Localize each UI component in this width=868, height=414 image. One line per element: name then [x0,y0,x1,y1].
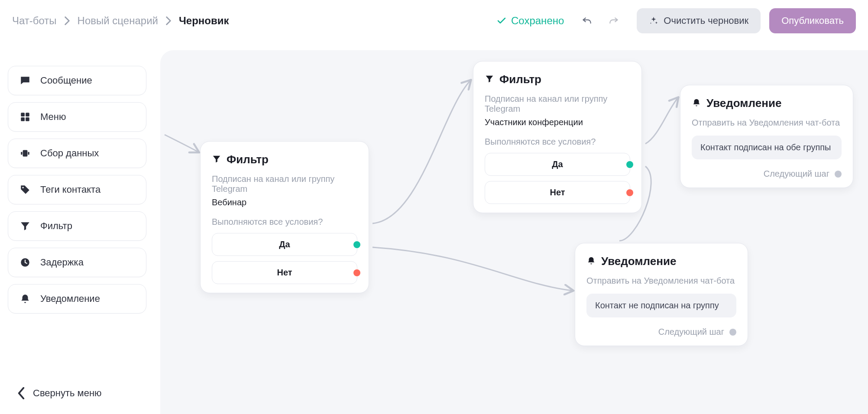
node-title: Уведомление [601,255,676,268]
svg-point-7 [22,187,23,188]
output-port-yes[interactable] [353,241,360,248]
output-port-no[interactable] [353,269,360,276]
form-icon [19,148,32,159]
svg-rect-2 [21,117,25,121]
sidebar: Сообщение Меню Сбор данных Теги контакта [8,66,146,406]
clear-draft-button[interactable]: Очистить черновик [637,8,761,33]
output-port-no[interactable] [626,189,633,196]
publish-label: Опубликовать [781,15,844,26]
bell-icon [692,98,701,109]
node-subtitle: Подписан на канал или группу Telegram [485,94,630,114]
option-label: Да [552,159,563,169]
sidebar-item-menu[interactable]: Меню [8,102,146,132]
filter-no-option[interactable]: Нет [212,261,357,284]
sidebar-item-notification[interactable]: Уведомление [8,284,146,314]
next-step-row: Следующий шаг [586,327,736,337]
filter-yes-option[interactable]: Да [212,233,357,256]
sidebar-item-label: Меню [40,111,66,123]
sidebar-item-label: Сбор данных [40,148,99,159]
next-step-row: Следующий шаг [692,169,842,179]
breadcrumb-draft: Черновик [179,15,229,27]
saved-status-label: Сохранено [511,15,564,27]
chevron-right-icon [65,16,70,25]
sidebar-item-label: Уведомление [40,293,100,304]
chevron-left-icon [17,387,25,399]
flow-node-notification-2[interactable]: Уведомление Отправить на Уведомления чат… [575,243,748,346]
node-title: Уведомление [706,97,781,110]
undo-button[interactable] [581,15,593,26]
svg-rect-1 [26,113,29,116]
sidebar-item-message[interactable]: Сообщение [8,66,146,95]
output-port-yes[interactable] [626,161,633,168]
collapse-sidebar-label: Свернуть меню [33,388,102,399]
collapse-sidebar-button[interactable]: Свернуть меню [8,380,146,406]
sidebar-item-filter[interactable]: Фильтр [8,211,146,241]
sidebar-item-label: Теги контакта [40,184,100,195]
grid-icon [19,111,32,123]
svg-rect-5 [21,152,22,155]
filter-icon [212,154,221,165]
option-label: Нет [277,268,292,277]
sidebar-item-tags[interactable]: Теги контакта [8,175,146,204]
clock-icon [19,257,32,268]
tag-icon [19,184,32,195]
output-port-next[interactable] [835,171,842,178]
sidebar-item-label: Задержка [40,257,84,268]
notification-message: Контакт не подписан на группу [586,294,736,317]
sparkle-icon [649,16,658,26]
publish-button[interactable]: Опубликовать [769,8,856,33]
topbar: Чат-боты Новый сценарий Черновик Сохране… [0,0,868,42]
flow-node-filter-1[interactable]: Фильтр Подписан на канал или группу Tele… [200,141,369,293]
node-value: Участники конференции [485,117,630,127]
node-subtitle: Отправить на Уведомления чат-бота [692,118,842,128]
message-icon [19,75,32,86]
sidebar-item-label: Сообщение [40,75,92,86]
svg-rect-3 [26,117,29,121]
node-subtitle: Подписан на канал или группу Telegram [212,174,357,194]
option-label: Да [279,239,290,249]
breadcrumb: Чат-боты Новый сценарий Черновик [12,15,229,27]
bell-icon [586,256,596,267]
option-label: Нет [550,188,565,197]
filter-icon [485,74,494,85]
chevron-right-icon [166,16,171,25]
output-port-next[interactable] [729,329,736,336]
svg-rect-0 [21,113,25,116]
filter-icon [19,220,32,232]
next-step-label: Следующий шаг [658,327,724,337]
sidebar-item-data-collection[interactable]: Сбор данных [8,139,146,168]
node-title: Фильтр [499,73,541,86]
node-value: Вебинар [212,197,357,207]
sidebar-item-delay[interactable]: Задержка [8,248,146,277]
node-title: Фильтр [227,153,269,166]
svg-rect-6 [28,152,29,155]
saved-status: Сохранено [496,15,564,27]
node-subtitle: Отправить на Уведомления чат-бота [586,276,736,286]
breadcrumb-new-scenario[interactable]: Новый сценарий [78,15,158,27]
bell-icon [19,293,32,304]
node-question: Выполняются все условия? [485,137,630,147]
next-step-label: Следующий шаг [764,169,829,179]
svg-rect-4 [23,150,28,156]
flow-node-filter-2[interactable]: Фильтр Подписан на канал или группу Tele… [473,61,642,213]
flow-node-notification-1[interactable]: Уведомление Отправить на Уведомления чат… [680,85,853,188]
notification-message: Контакт подписан на обе группы [692,136,842,159]
node-question: Выполняются все условия? [212,217,357,227]
redo-button[interactable] [608,15,619,26]
filter-yes-option[interactable]: Да [485,153,630,176]
breadcrumb-chatbots[interactable]: Чат-боты [12,15,57,27]
undo-redo-group [581,15,619,26]
sidebar-item-label: Фильтр [40,220,72,232]
filter-no-option[interactable]: Нет [485,181,630,204]
flow-canvas[interactable]: Фильтр Подписан на канал или группу Tele… [160,50,868,414]
clear-draft-label: Очистить черновик [664,15,748,26]
